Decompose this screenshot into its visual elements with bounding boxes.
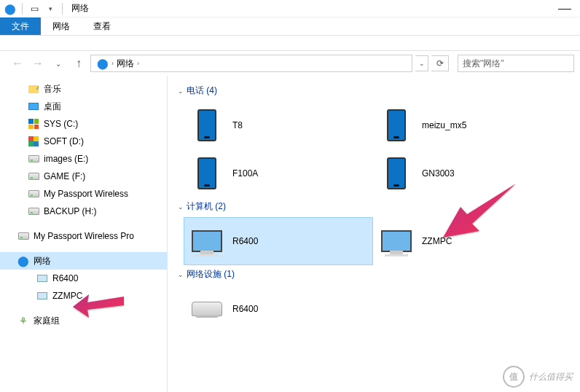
watermark-logo: 值 — [503, 366, 525, 388]
desktop-icon — [28, 101, 39, 112]
address-bar[interactable]: ⬤ › 网络 › — [90, 55, 412, 72]
chevron-right-icon: › — [111, 60, 114, 67]
tree-item-label: 家庭组 — [34, 315, 60, 327]
music-folder-icon — [28, 83, 39, 95]
search-input[interactable]: 搜索"网络" — [458, 55, 574, 72]
qat-doc-icon[interactable]: ▭ — [27, 1, 42, 16]
refresh-button[interactable]: ⟳ — [431, 55, 449, 71]
tab-file[interactable]: 文件 — [0, 17, 41, 35]
breadcrumb-root[interactable]: ⬤ › 网络 › — [94, 58, 142, 70]
tree-item[interactable]: ⚘家庭组 — [0, 312, 167, 329]
qat-dropdown-icon[interactable]: ▾ — [43, 1, 58, 16]
content-pane: ⌄电话 (4)T8meizu_mx5F100AGN3003⌄计算机 (2)R64… — [168, 76, 580, 392]
sys-icon — [28, 118, 39, 130]
quick-access-toolbar: ⬤ ▭ ▾ — [3, 1, 66, 16]
phone-icon — [192, 107, 222, 144]
tree-item[interactable]: GAME (F:) — [0, 168, 167, 185]
search-placeholder: 搜索"网络" — [463, 58, 504, 70]
address-row: ← → ⌄ ↑ ⬤ › 网络 › ⌄ ⟳ 搜索"网络" — [0, 51, 580, 76]
group-body: R6400ZZMPC — [173, 217, 574, 265]
up-button[interactable]: ↑ — [70, 55, 87, 72]
tree-item-label: My Passport Wireless Pro — [34, 231, 134, 241]
chevron-right-icon: › — [137, 60, 139, 67]
tree-item-label: My Passport Wireless — [44, 189, 128, 199]
ribbon-tabs: 文件 网络 查看 — [0, 17, 580, 36]
device-tile[interactable]: F100A — [184, 149, 373, 197]
tab-view[interactable]: 查看 — [82, 17, 122, 35]
group-name: 网络设施 (1) — [187, 268, 235, 281]
device-name: ZZMPC — [422, 236, 452, 246]
tab-network[interactable]: 网络 — [41, 17, 82, 35]
window-title: 网络 — [71, 2, 89, 15]
body: 音乐桌面SYS (C:)SOFT (D:)images (E:)GAME (F:… — [0, 76, 580, 392]
network-icon: ⬤ — [17, 255, 29, 267]
group-header[interactable]: ⌄网络设施 (1) — [173, 265, 574, 285]
device-name: R6400 — [232, 236, 258, 246]
chevron-down-icon: ⌄ — [178, 87, 184, 95]
network-icon: ⬤ — [97, 58, 109, 69]
group-body: T8meizu_mx5F100AGN3003 — [173, 101, 574, 197]
watermark-text: 什么值得买 — [529, 371, 573, 383]
drive-icon — [28, 153, 39, 165]
device-tile[interactable]: T8 — [184, 101, 373, 149]
tree-item[interactable]: R6400 — [0, 270, 167, 287]
group-name: 电话 (4) — [187, 85, 217, 97]
tree-item-label: 音乐 — [44, 83, 61, 95]
tree-item[interactable]: ZZMPC — [0, 287, 167, 305]
computer-icon — [36, 290, 48, 302]
tree-item[interactable]: ⬤网络 — [0, 252, 167, 270]
device-name: T8 — [232, 120, 243, 130]
address-dropdown[interactable]: ⌄ — [415, 55, 428, 71]
separator — [62, 3, 63, 15]
tree-item[interactable]: My Passport Wireless Pro — [0, 227, 167, 245]
drive-icon — [17, 230, 29, 242]
device-tile[interactable]: meizu_mx5 — [373, 101, 563, 149]
forward-button[interactable]: → — [29, 55, 47, 72]
group-header[interactable]: ⌄电话 (4) — [173, 82, 574, 101]
phone-icon — [381, 107, 412, 144]
tree-item-label: R6400 — [52, 273, 78, 283]
device-name: GN3003 — [422, 168, 455, 179]
tree-item-label: ZZMPC — [52, 291, 82, 301]
history-dropdown[interactable]: ⌄ — [50, 55, 67, 72]
tree-item[interactable]: SYS (C:) — [0, 115, 167, 133]
chevron-down-icon: ⌄ — [178, 203, 184, 211]
tree-item-label: 网络 — [34, 255, 51, 267]
monitor-icon — [381, 223, 412, 259]
device-tile[interactable]: GN3003 — [373, 149, 563, 197]
computer-icon — [36, 273, 48, 284]
tree-item-label: BACKUP (H:) — [44, 206, 96, 216]
chevron-down-icon: ⌄ — [178, 271, 184, 278]
tree-item-label: 桌面 — [44, 101, 61, 113]
device-name: meizu_mx5 — [422, 120, 466, 130]
group-name: 计算机 (2) — [187, 200, 226, 213]
device-tile[interactable]: R6400 — [184, 285, 373, 333]
back-button[interactable]: ← — [9, 55, 26, 72]
tree-item[interactable]: My Passport Wireless — [0, 185, 167, 203]
soft-icon — [28, 136, 39, 147]
homegroup-icon: ⚘ — [17, 315, 29, 326]
watermark: 值 什么值得买 — [503, 366, 573, 388]
device-tile[interactable]: R6400 — [184, 217, 373, 265]
tree-item[interactable]: SOFT (D:) — [0, 133, 167, 150]
drive-icon — [28, 205, 39, 217]
drive-icon — [28, 170, 39, 182]
device-tile[interactable]: ZZMPC — [373, 217, 563, 265]
network-icon: ⬤ — [3, 1, 17, 16]
phone-icon — [192, 155, 222, 192]
device-name: R6400 — [232, 304, 258, 314]
tree-item[interactable]: images (E:) — [0, 150, 167, 168]
title-bar: ⬤ ▭ ▾ 网络 — — [0, 0, 580, 17]
minimize-button[interactable]: — — [552, 1, 577, 16]
monitor-icon — [192, 223, 222, 259]
tree-item[interactable]: 音乐 — [0, 80, 167, 98]
tree-item-label: SOFT (D:) — [44, 136, 84, 146]
breadcrumb-label: 网络 — [117, 58, 134, 70]
tree-item[interactable]: 桌面 — [0, 98, 167, 115]
device-name: F100A — [232, 168, 258, 179]
tree-item[interactable]: BACKUP (H:) — [0, 203, 167, 220]
phone-icon — [381, 155, 412, 192]
router-icon — [192, 291, 222, 327]
navigation-pane: 音乐桌面SYS (C:)SOFT (D:)images (E:)GAME (F:… — [0, 76, 168, 392]
group-header[interactable]: ⌄计算机 (2) — [173, 197, 574, 217]
